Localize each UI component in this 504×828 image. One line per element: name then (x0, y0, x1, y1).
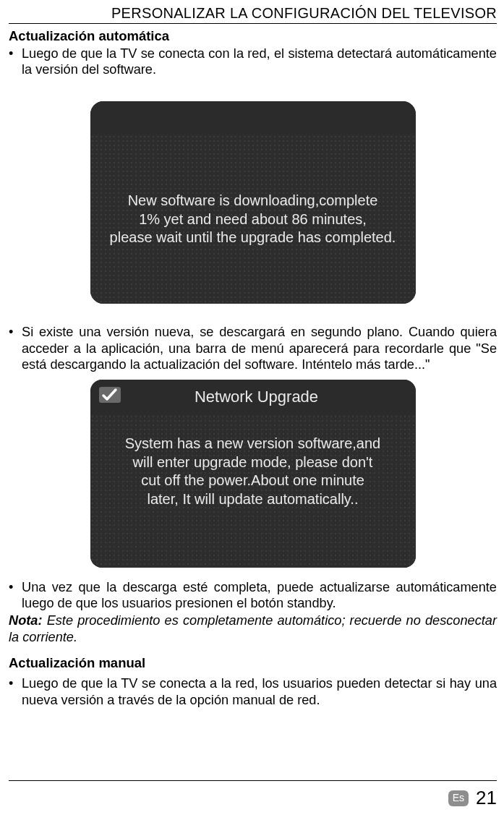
bullet-text: Luego de que la TV se conecta con la red… (22, 46, 497, 77)
auto-update-heading: Actualización automática (9, 28, 497, 45)
dialog-body: System has a new version software,and wi… (90, 414, 416, 568)
page-header-title: PERSONALIZAR LA CONFIGURACIÓN DEL TELEVI… (9, 4, 497, 22)
bullet-dot: • (9, 579, 22, 611)
network-upgrade-dialog: Network Upgrade System has a new version… (90, 380, 416, 568)
bullet-text: Una vez que la descarga esté completa, p… (22, 579, 497, 611)
bullet-item: • Luego de que la TV se conecta a la red… (9, 675, 497, 707)
note-text: Este procedimiento es completamente auto… (9, 613, 497, 644)
bullet-dot: • (9, 324, 22, 372)
dialog-titlebar (90, 101, 416, 135)
page-number: 21 (476, 787, 497, 810)
upgrade-line2: will enter upgrade mode, please don't (133, 454, 373, 470)
download-dialog: New software is downloading,complete 1% … (90, 101, 416, 304)
language-badge: Es (448, 790, 469, 806)
dialog-titlebar: Network Upgrade (90, 380, 416, 414)
bullet-item: • Luego de que la TV se conecta con la r… (9, 46, 497, 77)
manual-update-heading: Actualización manual (9, 655, 497, 672)
upgrade-line4: later, It will update automatically.. (147, 491, 358, 507)
note: Nota: Este procedimiento es completament… (9, 613, 497, 644)
bullet-dot: • (9, 46, 22, 77)
note-label: Nota: (9, 613, 42, 628)
download-line3: please wait until the upgrade has comple… (110, 229, 396, 245)
download-line1: New software is downloading,complete (128, 192, 378, 208)
upgrade-line1: System has a new version software,and (125, 435, 381, 451)
footer: Es 21 (9, 780, 497, 810)
bullet-dot: • (9, 675, 22, 707)
upgrade-line3: cut off the power.About one minute (141, 472, 364, 488)
manual-page: PERSONALIZAR LA CONFIGURACIÓN DEL TELEVI… (0, 0, 504, 818)
dialog-body: New software is downloading,complete 1% … (90, 135, 416, 304)
download-message: New software is downloading,complete 1% … (106, 192, 401, 247)
download-line2: 1% yet and need about 86 minutes, (139, 211, 367, 227)
bullet-item: • Una vez que la descarga esté completa,… (9, 579, 497, 611)
bullet-text: Si existe una versión nueva, se descarga… (22, 324, 497, 372)
upgrade-message: System has a new version software,and wi… (112, 435, 394, 508)
bullet-item: • Si existe una versión nueva, se descar… (9, 324, 497, 372)
dialog-title: Network Upgrade (98, 388, 416, 407)
header: PERSONALIZAR LA CONFIGURACIÓN DEL TELEVI… (9, 4, 497, 24)
bullet-text: Luego de que la TV se conecta a la red, … (22, 675, 497, 707)
